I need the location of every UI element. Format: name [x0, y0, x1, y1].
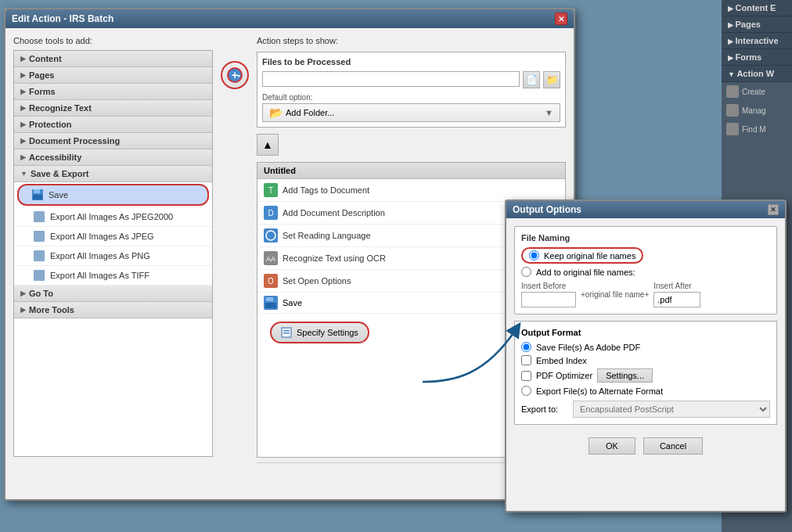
export-png-label: Export All Images As PNG: [50, 251, 150, 261]
svg-text:AA: AA: [266, 255, 275, 263]
group-protection[interactable]: Protection: [14, 117, 212, 133]
embed-index-row: Embed Index: [521, 355, 770, 365]
export-jpeg2000-label: Export All Images As JPEG2000: [50, 212, 173, 221]
right-panel-create[interactable]: Create: [722, 82, 792, 101]
svg-rect-2: [33, 195, 42, 200]
export-alternate-label: Export File(s) to Alternate Format: [536, 386, 663, 396]
reading-lang-icon: [264, 228, 278, 243]
move-up-button[interactable]: ▲: [257, 134, 279, 156]
pdf-optimizer-checkbox[interactable]: [521, 371, 531, 381]
group-recognize-text[interactable]: Recognize Text: [14, 100, 212, 117]
export-jpeg-icon: [33, 230, 45, 243]
group-accessibility[interactable]: Accessibility: [14, 149, 212, 166]
svg-rect-22: [265, 303, 276, 308]
keep-original-row: Keep original file names: [521, 247, 770, 264]
svg-rect-4: [34, 231, 45, 242]
right-panel-pages[interactable]: Pages: [722, 16, 792, 33]
output-body: File Naming Keep original file names Add…: [506, 218, 785, 469]
group-forms[interactable]: Forms: [14, 84, 212, 100]
add-to-original-radio[interactable]: [521, 267, 531, 277]
svg-rect-3: [34, 211, 45, 222]
svg-text:D: D: [268, 209, 273, 217]
default-option-label: Default option:: [262, 93, 560, 102]
tool-save[interactable]: Save: [17, 184, 209, 206]
action-steps-label: Action steps to show:: [257, 36, 566, 45]
specify-settings-icon: [281, 327, 292, 338]
group-more-tools[interactable]: More Tools: [14, 302, 212, 318]
files-panel: Files to be Processed 📄 📁 Default option…: [257, 52, 566, 128]
new-file-button[interactable]: 📄: [523, 71, 540, 88]
add-to-original-row: Add to original file names:: [521, 267, 770, 277]
add-folder-dropdown-arrow[interactable]: ▼: [545, 108, 553, 117]
group-go-to[interactable]: Go To: [14, 286, 212, 302]
cancel-button[interactable]: Cancel: [643, 437, 703, 455]
export-alternate-row: Export File(s) to Alternate Format: [521, 386, 770, 396]
output-title: Output Options: [513, 204, 581, 215]
step-set-open-options-label: Set Open Options: [283, 276, 351, 286]
manage-icon: [726, 104, 739, 117]
create-icon: [726, 85, 739, 98]
add-folder-label: Add Folder...: [286, 108, 334, 117]
export-tiff-label: Export All Images As TIFF: [50, 271, 149, 280]
right-panel-forms[interactable]: Forms: [722, 49, 792, 66]
step-add-tags[interactable]: T Add Tags to Document: [257, 179, 565, 202]
open-folder-button[interactable]: 📁: [543, 71, 560, 88]
files-text-input[interactable]: [262, 71, 520, 87]
right-panel-content[interactable]: Content E: [722, 0, 792, 16]
export-jpeg2000-icon: [33, 210, 45, 223]
step-set-reading-lang-label: Set Reading Language: [283, 231, 371, 240]
dialog-close-button[interactable]: ✕: [555, 13, 567, 25]
group-content[interactable]: Content: [14, 51, 212, 67]
dialog-title: Edit Action - IRS Batch: [12, 13, 113, 24]
specify-settings-label: Specify Settings: [297, 328, 358, 337]
file-naming-section: File Naming Keep original file names Add…: [514, 226, 777, 315]
add-button-area: +: [221, 36, 249, 490]
add-folder-button[interactable]: 📂 Add Folder... ▼: [262, 103, 560, 122]
export-png-icon: [33, 250, 45, 262]
tool-export-jpeg[interactable]: Export All Images As JPEG: [14, 227, 212, 246]
save-as-pdf-radio[interactable]: [521, 342, 531, 352]
tool-export-jpeg2000[interactable]: Export All Images As JPEG2000: [14, 207, 212, 227]
svg-rect-5: [34, 250, 45, 261]
edit-action-dialog: Edit Action - IRS Batch ✕ Choose tools t…: [4, 8, 575, 501]
pdf-optimizer-settings-button[interactable]: Settings...: [597, 368, 653, 383]
ok-button[interactable]: OK: [589, 437, 635, 455]
add-step-button[interactable]: +: [221, 61, 249, 89]
add-step-icon: +: [227, 67, 243, 83]
right-panel-find[interactable]: Find M: [722, 120, 792, 138]
group-document-processing[interactable]: Document Processing: [14, 133, 212, 149]
right-panel-interactive[interactable]: Interactive: [722, 33, 792, 49]
keep-original-radio[interactable]: [529, 250, 539, 261]
svg-rect-6: [34, 270, 45, 281]
svg-rect-26: [283, 332, 290, 334]
add-tags-icon: T: [264, 183, 278, 197]
tool-export-tiff[interactable]: Export All Images As TIFF: [14, 266, 212, 286]
tool-export-png[interactable]: Export All Images As PNG: [14, 246, 212, 266]
keep-original-label: Keep original file names: [544, 251, 635, 261]
embed-index-checkbox[interactable]: [521, 355, 531, 365]
output-close-button[interactable]: ✕: [768, 204, 779, 215]
save-step-label: Save: [283, 298, 302, 307]
export-to-select[interactable]: Encapsulated PostScript: [573, 401, 770, 418]
original-filename-text: +original file name+: [581, 290, 649, 299]
export-alternate-radio[interactable]: [521, 386, 531, 396]
step-add-tags-label: Add Tags to Document: [283, 185, 369, 195]
output-titlebar: Output Options ✕: [506, 201, 785, 218]
insert-after-input[interactable]: [653, 292, 700, 307]
svg-rect-25: [283, 330, 290, 332]
step-add-description-label: Add Document Description: [283, 208, 385, 217]
pdf-optimizer-row: PDF Optimizer Settings...: [521, 368, 770, 383]
group-pages[interactable]: Pages: [14, 67, 212, 84]
right-panel-action[interactable]: Action W: [722, 66, 792, 82]
recognize-text-icon: AA: [264, 251, 278, 265]
save-step-icon: [264, 296, 278, 310]
svg-rect-1: [34, 189, 40, 193]
pdf-optimizer-label: PDF Optimizer: [536, 371, 592, 380]
insert-before-input[interactable]: [521, 292, 576, 307]
save-as-pdf-row: Save File(s) As Adobe PDF: [521, 342, 770, 352]
right-panel-manage[interactable]: Manag: [722, 101, 792, 120]
specify-settings-button[interactable]: Specify Settings: [270, 322, 369, 343]
add-to-original-label: Add to original file names:: [536, 268, 635, 277]
tools-list: Content Pages Forms Recognize Text Prote…: [13, 50, 213, 457]
group-save-export[interactable]: Save & Export: [14, 166, 212, 182]
